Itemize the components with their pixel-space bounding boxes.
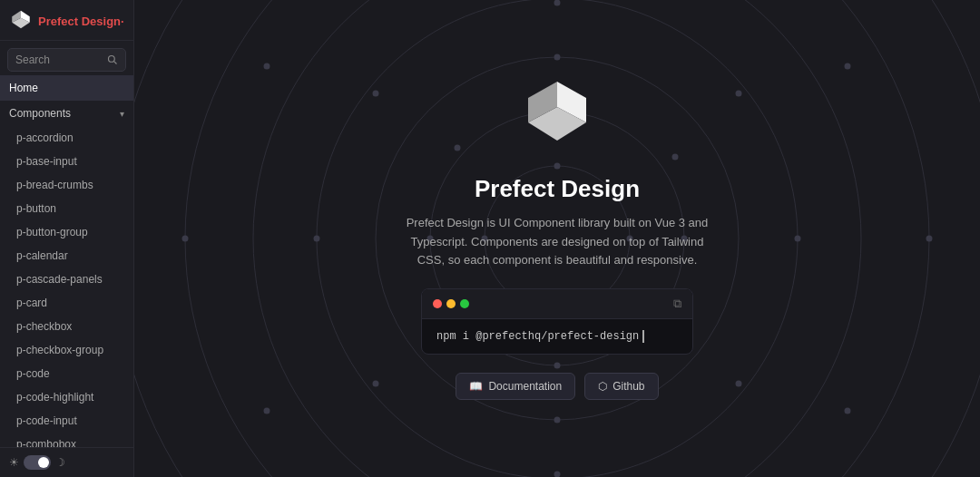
action-buttons: 📖 Documentation ⬡ Github [456,373,658,400]
hero-description: Prefect Design is UI Component library b… [403,214,711,270]
traffic-light-yellow [446,299,456,308]
sidebar-item-p-combobox[interactable]: p-combobox [0,433,133,447]
sidebar-section-components[interactable]: Components ▾ [0,101,133,126]
main-content: Prefect Design Prefect Design is UI Comp… [134,0,980,477]
sidebar-item-p-base-input[interactable]: p-base-input [0,150,133,173]
hero-logo-icon [521,77,593,159]
toggle-thumb [38,457,49,468]
svg-point-33 [845,63,851,70]
book-icon: 📖 [469,380,483,393]
documentation-label: Documentation [488,380,562,393]
svg-point-34 [926,236,933,242]
svg-point-25 [736,91,742,97]
traffic-light-red [433,299,442,308]
sidebar: Prefect Design· Home Components ▾ p-acco… [0,0,134,477]
sidebar-item-p-code-input[interactable]: p-code-input [0,409,133,433]
sidebar-item-p-button-group[interactable]: p-button-group [0,220,133,244]
svg-point-38 [182,236,189,242]
svg-point-29 [373,381,379,387]
sidebar-header: Prefect Design· [0,0,133,41]
svg-point-28 [554,417,561,423]
sidebar-nav: Home Components ▾ p-accordion p-base-inp… [0,75,133,447]
documentation-button[interactable]: 📖 Documentation [456,373,575,400]
svg-point-39 [264,63,270,70]
hero-title: Prefect Design [475,175,640,203]
sidebar-item-p-accordion[interactable]: p-accordion [0,126,133,150]
theme-toggle[interactable]: ☀ ☽ [9,455,65,470]
github-button[interactable]: ⬡ Github [584,373,658,400]
hero-content: Prefect Design Prefect Design is UI Comp… [403,77,711,400]
svg-point-30 [314,236,320,242]
copy-icon[interactable]: ⧉ [673,297,681,311]
sidebar-item-home[interactable]: Home [0,75,133,101]
svg-point-35 [845,408,851,414]
code-text: npm i @prefecthq/prefect-design [436,330,639,343]
svg-point-26 [795,236,801,242]
sidebar-title: Prefect Design· [38,15,124,28]
sidebar-item-p-checkbox[interactable]: p-checkbox [0,315,133,338]
code-block-body: npm i @prefecthq/prefect-design [422,319,692,354]
chevron-down-icon: ▾ [120,109,124,119]
code-block: ⧉ npm i @prefecthq/prefect-design [421,288,693,355]
sidebar-item-p-calendar[interactable]: p-calendar [0,244,133,268]
github-icon: ⬡ [598,380,607,393]
traffic-light-green [460,299,469,308]
sidebar-item-p-bread-crumbs[interactable]: p-bread-crumbs [0,173,133,197]
code-block-header: ⧉ [422,289,692,319]
search-input[interactable] [15,54,102,66]
cursor-bar [642,330,644,343]
svg-point-3 [109,56,115,63]
svg-point-27 [736,381,742,387]
sidebar-footer: ☀ ☽ [0,447,133,477]
svg-point-31 [373,91,379,97]
sidebar-item-p-checkbox-group[interactable]: p-checkbox-group [0,338,133,362]
search-box[interactable] [7,48,126,72]
svg-point-32 [554,0,561,6]
sun-icon: ☀ [9,456,19,469]
github-label: Github [612,380,644,393]
moon-icon: ☽ [55,456,65,469]
sidebar-item-p-card[interactable]: p-card [0,291,133,315]
svg-point-37 [264,408,270,414]
svg-line-4 [114,62,117,64]
svg-point-24 [554,54,561,61]
search-icon [107,54,118,65]
sidebar-item-p-cascade-panels[interactable]: p-cascade-panels [0,268,133,291]
sidebar-item-p-button[interactable]: p-button [0,197,133,220]
sidebar-item-p-code-highlight[interactable]: p-code-highlight [0,385,133,409]
traffic-lights [433,299,469,308]
dark-mode-toggle[interactable] [24,455,51,470]
sidebar-item-p-code[interactable]: p-code [0,362,133,385]
prefect-logo-icon [9,9,33,33]
svg-point-36 [554,472,561,478]
